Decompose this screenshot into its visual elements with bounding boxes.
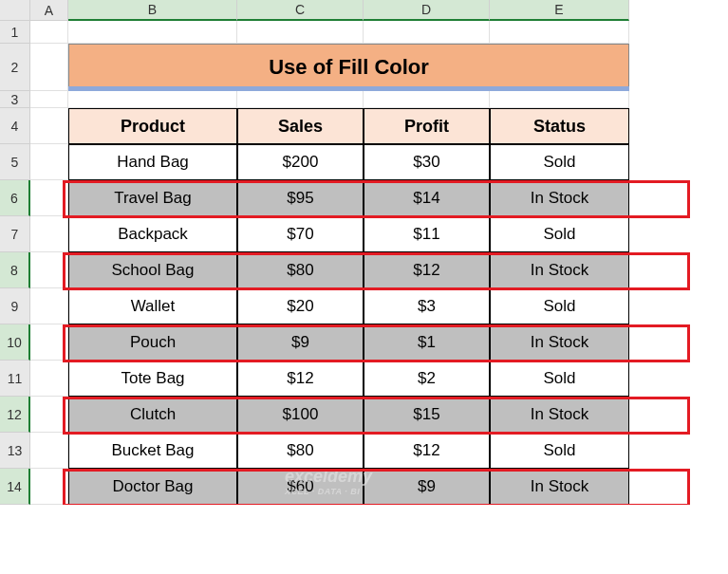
table-row[interactable]: $12 [364, 252, 490, 288]
table-row[interactable]: Sold [490, 288, 629, 324]
row-header-2[interactable]: 2 [0, 44, 30, 91]
row-header-5[interactable]: 5 [0, 144, 30, 180]
cell-A5[interactable] [30, 144, 68, 180]
cell-A8[interactable] [30, 252, 68, 288]
table-row[interactable]: $14 [364, 180, 490, 216]
table-row[interactable]: School Bag [68, 252, 237, 288]
title-cell[interactable]: Use of Fill Color [68, 44, 629, 91]
row-header-10[interactable]: 10 [0, 324, 30, 361]
cell-B3[interactable] [68, 91, 237, 108]
row-header-9[interactable]: 9 [0, 288, 30, 324]
cell-E1[interactable] [490, 21, 629, 44]
table-row[interactable]: $70 [237, 216, 364, 252]
row-header-7[interactable]: 7 [0, 216, 30, 252]
cell-A1[interactable] [30, 21, 68, 44]
cell-A11[interactable] [30, 361, 68, 397]
col-header-C[interactable]: C [237, 0, 364, 21]
row-header-6[interactable]: 6 [0, 180, 30, 216]
table-row[interactable]: In Stock [490, 469, 629, 505]
table-row[interactable]: Sold [490, 361, 629, 397]
table-row[interactable]: $12 [237, 361, 364, 397]
spreadsheet-grid[interactable]: A B C D E 1 2 Use of Fill Color 3 4 Prod… [0, 0, 728, 505]
table-row[interactable]: Sold [490, 216, 629, 252]
cell-A10[interactable] [30, 324, 68, 361]
table-row[interactable]: $200 [237, 144, 364, 180]
table-row[interactable]: In Stock [490, 252, 629, 288]
table-row[interactable]: $9 [364, 469, 490, 505]
header-product[interactable]: Product [68, 108, 237, 144]
table-row[interactable]: Clutch [68, 397, 237, 433]
table-row[interactable]: In Stock [490, 397, 629, 433]
cell-E3[interactable] [490, 91, 629, 108]
cell-A7[interactable] [30, 216, 68, 252]
row-header-1[interactable]: 1 [0, 21, 30, 44]
row-header-14[interactable]: 14 [0, 469, 30, 505]
col-header-E[interactable]: E [490, 0, 629, 21]
table-row[interactable]: $2 [364, 361, 490, 397]
table-row[interactable]: $15 [364, 397, 490, 433]
cell-C1[interactable] [237, 21, 364, 44]
table-row[interactable]: $9 [237, 324, 364, 361]
table-row[interactable]: $11 [364, 216, 490, 252]
table-row[interactable]: Sold [490, 144, 629, 180]
table-row[interactable]: Sold [490, 433, 629, 469]
table-row[interactable]: In Stock [490, 324, 629, 361]
table-row[interactable]: $12 [364, 433, 490, 469]
row-header-12[interactable]: 12 [0, 397, 30, 433]
cell-B1[interactable] [68, 21, 237, 44]
row-header-13[interactable]: 13 [0, 433, 30, 469]
header-status[interactable]: Status [490, 108, 629, 144]
table-row[interactable]: $80 [237, 433, 364, 469]
col-header-A[interactable]: A [30, 0, 68, 21]
cell-A6[interactable] [30, 180, 68, 216]
cell-D3[interactable] [364, 91, 490, 108]
cell-A13[interactable] [30, 433, 68, 469]
table-row[interactable]: $100 [237, 397, 364, 433]
cell-A4[interactable] [30, 108, 68, 144]
cell-C3[interactable] [237, 91, 364, 108]
cell-A12[interactable] [30, 397, 68, 433]
row-header-4[interactable]: 4 [0, 108, 30, 144]
table-row[interactable]: $95 [237, 180, 364, 216]
table-row[interactable]: $1 [364, 324, 490, 361]
table-row[interactable]: Pouch [68, 324, 237, 361]
table-row[interactable]: Wallet [68, 288, 237, 324]
cell-A14[interactable] [30, 469, 68, 505]
table-row[interactable]: Travel Bag [68, 180, 237, 216]
cell-A3[interactable] [30, 91, 68, 108]
row-header-3[interactable]: 3 [0, 91, 30, 108]
title-underline [68, 86, 629, 91]
header-sales[interactable]: Sales [237, 108, 364, 144]
table-row[interactable]: $20 [237, 288, 364, 324]
table-row[interactable]: Backpack [68, 216, 237, 252]
table-row[interactable]: In Stock [490, 180, 629, 216]
select-all-corner[interactable] [0, 0, 30, 21]
table-row[interactable]: $3 [364, 288, 490, 324]
row-header-11[interactable]: 11 [0, 361, 30, 397]
table-row[interactable]: $80 [237, 252, 364, 288]
col-header-D[interactable]: D [364, 0, 490, 21]
header-profit[interactable]: Profit [364, 108, 490, 144]
cell-D1[interactable] [364, 21, 490, 44]
cell-A9[interactable] [30, 288, 68, 324]
table-row[interactable]: Hand Bag [68, 144, 237, 180]
table-row[interactable]: $60 [237, 469, 364, 505]
table-row[interactable]: Doctor Bag [68, 469, 237, 505]
table-row[interactable]: $30 [364, 144, 490, 180]
table-row[interactable]: Bucket Bag [68, 433, 237, 469]
cell-A2[interactable] [30, 44, 68, 91]
col-header-B[interactable]: B [68, 0, 237, 21]
table-row[interactable]: Tote Bag [68, 361, 237, 397]
row-header-8[interactable]: 8 [0, 252, 30, 288]
